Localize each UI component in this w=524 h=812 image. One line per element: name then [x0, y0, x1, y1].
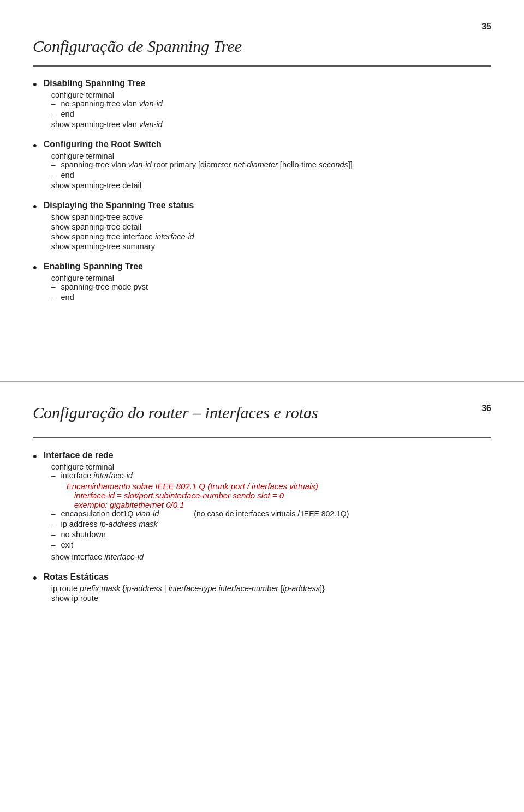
dash-icon: –	[51, 293, 56, 302]
encapsulation-text: encapsulation dot1Q vlan-id (no caso de …	[61, 509, 349, 518]
enabling-end: – end	[51, 293, 491, 302]
disabling-items: configure terminal – no spanning-tree vl…	[51, 91, 491, 129]
configuring-end-text: end	[61, 171, 74, 179]
dash-icon: –	[51, 471, 56, 480]
bullet-dot-enabling: •	[33, 261, 37, 275]
dash-icon: –	[51, 520, 56, 528]
interface-content: Interface de rede configure terminal – i…	[44, 450, 491, 561]
bullet-content-configuring: Configuring the Root Switch configure te…	[44, 140, 491, 190]
page-number-2: 36	[481, 404, 491, 413]
disabling-end-text: end	[61, 110, 74, 118]
ip-address-text: ip address ip-address mask	[61, 520, 158, 528]
displaying-active: show spanning-tree active	[51, 213, 491, 221]
page: 35 Configuração de Spanning Tree • Disab…	[0, 0, 524, 812]
bullet-title-disabling: Disabling Spanning Tree	[44, 79, 491, 88]
interface-id-line: interface-id = slot/port.subinterface-nu…	[74, 491, 491, 500]
bullet-dot-configuring: •	[33, 139, 37, 153]
bullet-enabling: • Enabling Spanning Tree configure termi…	[33, 262, 491, 303]
dash-icon: –	[51, 110, 56, 118]
enabling-items: configure terminal – spanning-tree mode …	[51, 274, 491, 302]
bullet-dot-rotas: •	[33, 571, 37, 585]
displaying-items: show spanning-tree active show spanning-…	[51, 213, 491, 251]
configuring-spanning-text: spanning-tree vlan vlan-id root primary …	[61, 160, 353, 169]
interface-id-text: interface-id = slot/port.subinterface-nu…	[74, 491, 284, 500]
configuring-items: configure terminal – spanning-tree vlan …	[51, 152, 491, 190]
bullet-disabling: • Disabling Spanning Tree configure term…	[33, 79, 491, 129]
exit-dash: – exit	[51, 540, 491, 549]
bullet-dot-disabling: •	[33, 77, 37, 92]
page-number-1: 35	[33, 22, 491, 32]
dash-icon: –	[51, 160, 56, 169]
dash-icon: –	[51, 540, 56, 549]
disabling-no-spanning: – no spanning-tree vlan vlan-id	[51, 99, 491, 108]
exemplo-line: exemplo: gigabitethernet 0/0.1	[74, 500, 491, 509]
bullet-displaying: • Displaying the Spanning Tree status sh…	[33, 201, 491, 251]
encapsulation-dash: – encapsulation dot1Q vlan-id (no caso d…	[51, 509, 491, 518]
section-divider-2	[33, 437, 491, 438]
rotas-title: Rotas Estáticas	[44, 572, 491, 582]
disabling-no-spanning-text: no spanning-tree vlan vlan-id	[61, 99, 163, 108]
no-shutdown-text: no shutdown	[61, 530, 106, 539]
interface-name-text: interface interface-id	[61, 471, 133, 480]
configuring-configure: configure terminal	[51, 152, 491, 160]
section-router: Configuração do router – interfaces e ro…	[0, 382, 524, 635]
encaminhamento-text: Encaminhamento sobre IEEE 802.1 Q (trunk…	[67, 482, 318, 491]
enabling-end-text: end	[61, 293, 74, 302]
rotas-items: ip route prefix mask {ip-address | inter…	[51, 584, 491, 603]
rotas-content: Rotas Estáticas ip route prefix mask {ip…	[44, 572, 491, 603]
disabling-configure: configure terminal	[51, 91, 491, 99]
no-shutdown-dash: – no shutdown	[51, 530, 491, 539]
exemplo-text: exemplo: gigabitethernet 0/0.1	[74, 500, 184, 509]
dash-icon: –	[51, 282, 56, 291]
ip-address-dash: – ip address ip-address mask	[51, 520, 491, 528]
bullet-content-disabling: Disabling Spanning Tree configure termin…	[44, 79, 491, 129]
enabling-mode-text: spanning-tree mode pvst	[61, 282, 148, 291]
dash-icon: –	[51, 99, 56, 108]
encaminhamento-line1: Encaminhamento sobre IEEE 802.1 Q (trunk…	[67, 482, 491, 491]
encapsulation-note: (no caso de interfaces virtuais / IEEE 8…	[194, 509, 349, 518]
bullet-rotas: • Rotas Estáticas ip route prefix mask {…	[33, 572, 491, 603]
section-divider-1	[33, 65, 491, 67]
configuring-end: – end	[51, 171, 491, 179]
interface-title: Interface de rede	[44, 450, 491, 460]
displaying-interface: show spanning-tree interface interface-i…	[51, 232, 491, 241]
encaminhamento-block: Encaminhamento sobre IEEE 802.1 Q (trunk…	[67, 482, 491, 509]
bullet-title-configuring: Configuring the Root Switch	[44, 140, 491, 149]
show-ip-route: show ip route	[51, 594, 491, 603]
dash-icon: –	[51, 171, 56, 179]
bullet-content-displaying: Displaying the Spanning Tree status show…	[44, 201, 491, 251]
section-title-1: Configuração de Spanning Tree	[33, 37, 491, 56]
disabling-end: – end	[51, 110, 491, 118]
configuring-show: show spanning-tree detail	[51, 181, 491, 190]
exit-text: exit	[61, 540, 74, 549]
bullet-dot-displaying: •	[33, 200, 37, 214]
configuring-spanning: – spanning-tree vlan vlan-id root primar…	[51, 160, 491, 169]
dash-icon: –	[51, 530, 56, 539]
section-spanning-tree: 35 Configuração de Spanning Tree • Disab…	[0, 0, 524, 382]
bullet-title-enabling: Enabling Spanning Tree	[44, 262, 491, 272]
bullet-title-displaying: Displaying the Spanning Tree status	[44, 201, 491, 210]
section-title-2: Configuração do router – interfaces e ro…	[33, 404, 318, 422]
show-interface: show interface interface-id	[51, 552, 491, 561]
interface-configure: configure terminal	[51, 462, 491, 471]
ip-route-line: ip route prefix mask {ip-address | inter…	[51, 584, 491, 593]
enabling-mode: – spanning-tree mode pvst	[51, 282, 491, 291]
interface-dash: – interface interface-id	[51, 471, 491, 480]
displaying-summary: show spanning-tree summary	[51, 242, 491, 251]
disabling-show: show spanning-tree vlan vlan-id	[51, 120, 491, 129]
interface-items: configure terminal – interface interface…	[51, 462, 491, 561]
dash-icon: –	[51, 509, 56, 518]
enabling-configure: configure terminal	[51, 274, 491, 282]
bullet-configuring: • Configuring the Root Switch configure …	[33, 140, 491, 190]
displaying-detail: show spanning-tree detail	[51, 222, 491, 231]
bullet-interface: • Interface de rede configure terminal –…	[33, 450, 491, 561]
bullet-content-enabling: Enabling Spanning Tree configure termina…	[44, 262, 491, 303]
bullet-dot-interface: •	[33, 449, 37, 464]
